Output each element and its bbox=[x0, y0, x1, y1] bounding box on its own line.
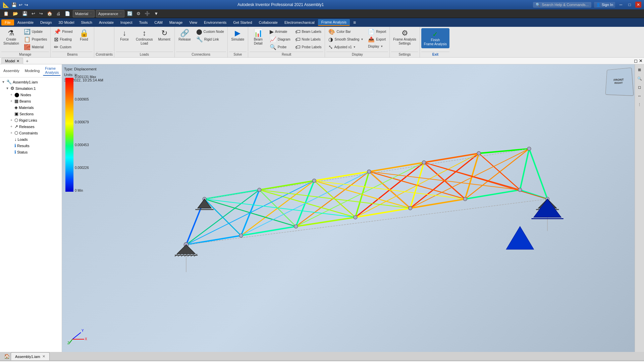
menu-file[interactable]: File bbox=[1, 19, 14, 25]
ribbon-group-constraints: Constraints bbox=[94, 27, 114, 57]
tree-item-rigid-links[interactable]: + ⬡ Rigid Links bbox=[0, 117, 62, 123]
quick-access-undo[interactable]: ↩ bbox=[19, 2, 22, 7]
toolbar-export-pdf[interactable]: 📄 bbox=[63, 10, 71, 17]
tree-item-beams[interactable]: + ▦ Beams bbox=[0, 98, 62, 104]
tab-model[interactable]: Model ✕ bbox=[1, 58, 23, 64]
tree-item-status[interactable]: ℹ Status bbox=[0, 149, 62, 155]
tree-item-releases[interactable]: + ↗ Releases bbox=[0, 123, 62, 130]
fixed-btn[interactable]: 🔒 Fixed bbox=[75, 28, 93, 43]
force-btn[interactable]: ↓ Force bbox=[116, 28, 133, 43]
rigid-link-btn[interactable]: 🔧 Rigid Link bbox=[194, 36, 226, 43]
window-minimize-btn[interactable]: ─ bbox=[618, 2, 624, 8]
menu-electromechanical[interactable]: Electromechanical bbox=[281, 19, 318, 25]
menu-frame-expand[interactable]: ≡ bbox=[350, 19, 359, 26]
frame-analysis-settings-btn[interactable]: ⚙ Frame AnalysisSettings bbox=[391, 28, 418, 47]
navcube[interactable]: FRONT RIGHT bbox=[605, 67, 634, 96]
menu-cam[interactable]: CAM bbox=[151, 19, 166, 25]
toolbar-save[interactable]: 💾 bbox=[21, 10, 29, 17]
material-dropdown[interactable]: Material ▼ bbox=[73, 10, 95, 17]
tree-item-assembly1[interactable]: ▼ 🔧 Assembly1.iam bbox=[0, 79, 62, 85]
menu-getstarted[interactable]: Get Started bbox=[230, 19, 255, 25]
adjusted-x1-btn[interactable]: ⤡ Adjusted x1 ▼ bbox=[326, 44, 365, 51]
panel-btn-3[interactable]: ◻ bbox=[636, 83, 644, 91]
toolbar-settings[interactable]: ⚙ bbox=[135, 10, 142, 17]
menu-sketch[interactable]: Sketch bbox=[77, 19, 96, 25]
menu-design[interactable]: Design bbox=[37, 19, 55, 25]
toolbar-plus[interactable]: ➕ bbox=[143, 10, 151, 17]
window-maximize-btn[interactable]: □ bbox=[627, 2, 633, 8]
finish-frame-analysis-btn[interactable]: ✓ FinishFrame Analysis bbox=[421, 28, 449, 48]
tree-item-results[interactable]: ℹ Results bbox=[0, 142, 62, 149]
menu-collaborate[interactable]: Collaborate bbox=[256, 19, 281, 25]
tree-item-sections[interactable]: ▣ Sections bbox=[0, 111, 62, 117]
toolbar-file-icon[interactable]: 📋 bbox=[2, 10, 10, 17]
panel-btn-2[interactable]: 🔍 bbox=[636, 74, 644, 82]
beam-labels-btn[interactable]: 🏷 Beam Labels bbox=[293, 28, 324, 36]
tab-add-btn[interactable]: + bbox=[24, 58, 31, 64]
toolbar-open[interactable]: 📂 bbox=[11, 10, 19, 17]
quick-access-redo[interactable]: ↪ bbox=[24, 2, 28, 7]
menu-inspect[interactable]: Inspect bbox=[117, 19, 136, 25]
tab-close-btn[interactable]: ✕ bbox=[639, 58, 643, 63]
export-btn[interactable]: 📤 Export bbox=[366, 36, 388, 43]
menu-frame-analysis[interactable]: Frame Analysis bbox=[318, 19, 350, 26]
material-btn[interactable]: 🧱 Material bbox=[22, 44, 49, 51]
tree-item-constraints[interactable]: + ⬡ Constraints bbox=[0, 130, 62, 136]
continuous-load-btn[interactable]: ↕ ContinuousLoad bbox=[134, 28, 155, 47]
menu-tools[interactable]: Tools bbox=[136, 19, 151, 25]
panel-btn-4[interactable]: ↔ bbox=[636, 92, 644, 100]
menu-annotate[interactable]: Annotate bbox=[96, 19, 117, 25]
tab-expand-btn[interactable]: ◻ bbox=[634, 58, 638, 63]
sign-in-btn[interactable]: 👤 Sign In bbox=[594, 2, 615, 8]
release-btn[interactable]: 🔗 Release bbox=[176, 28, 194, 43]
toolbar-more[interactable]: ▼ bbox=[153, 10, 160, 17]
properties-btn[interactable]: 📋 Properties bbox=[22, 36, 49, 43]
toolbar-home[interactable]: 🏠 bbox=[46, 10, 54, 17]
node-labels-btn[interactable]: 🏷 Node Labels bbox=[293, 36, 324, 43]
custom-btn[interactable]: ✏ Custom bbox=[52, 44, 74, 51]
floating-btn[interactable]: ⊠ Floating bbox=[52, 36, 74, 43]
sidebar-frame-analysis-tab[interactable]: Frame Analysis bbox=[43, 66, 61, 76]
appearance-dropdown[interactable]: Appearance ▼ bbox=[96, 10, 124, 17]
panel-btn-1[interactable]: ⊞ bbox=[636, 66, 644, 74]
tab-model-close[interactable]: ✕ bbox=[16, 59, 19, 63]
viewport[interactable]: Type: Displacement Units: in 3/31/2022, … bbox=[62, 64, 644, 352]
menu-view[interactable]: View bbox=[186, 19, 201, 25]
doc-tab-close[interactable]: ✕ bbox=[42, 354, 45, 359]
smooth-shading-btn[interactable]: ◑ Smooth Shading ▼ bbox=[326, 36, 365, 43]
update-btn[interactable]: 🔄 Update bbox=[22, 28, 49, 36]
display-dropdown-btn[interactable]: Display ▼ bbox=[366, 44, 388, 50]
quick-access-save[interactable]: 💾 bbox=[11, 2, 17, 7]
sidebar-assembly-tab[interactable]: Assembly bbox=[1, 68, 21, 73]
doc-tab-home[interactable]: 🏠 bbox=[3, 352, 11, 360]
panel-btn-5[interactable]: ⋮ bbox=[636, 101, 644, 109]
menu-manage[interactable]: Manage bbox=[166, 19, 186, 25]
custom-node-btn[interactable]: ⬤ Custom Node bbox=[194, 28, 226, 36]
window-close-btn[interactable]: ✕ bbox=[635, 2, 641, 8]
tree-item-nodes[interactable]: + ⬤ Nodes bbox=[0, 92, 62, 98]
sidebar-modeling-tab[interactable]: Modeling bbox=[23, 68, 42, 73]
menu-3dmodel[interactable]: 3D Model bbox=[55, 19, 77, 25]
toolbar-update[interactable]: 🔄 bbox=[126, 10, 134, 17]
tree-item-simulation1[interactable]: ▼ ⚙ Simulation:1 bbox=[0, 85, 62, 92]
simulate-btn[interactable]: ▶ Simulate bbox=[229, 28, 247, 43]
probe-labels-btn[interactable]: 🏷 Probe Labels bbox=[293, 44, 324, 51]
color-bar-btn[interactable]: 🎨 Color Bar bbox=[326, 28, 365, 36]
tree-item-materials[interactable]: ◈ Materials bbox=[0, 104, 62, 111]
search-bar[interactable]: 🔍 Search Help & Commands... bbox=[533, 2, 591, 8]
report-btn[interactable]: 📄 Report bbox=[366, 28, 388, 36]
diagram-btn[interactable]: 📈 Diagram bbox=[268, 36, 292, 43]
menu-environments[interactable]: Environments bbox=[201, 19, 230, 25]
toolbar-undo[interactable]: ↩ bbox=[30, 10, 37, 17]
tree-item-loads[interactable]: ↓ Loads bbox=[0, 136, 62, 142]
pinned-btn[interactable]: 📌 Pinned bbox=[52, 28, 74, 36]
create-simulation-btn[interactable]: ⚗ CreateSimulation bbox=[1, 28, 21, 47]
animate-btn[interactable]: ▶ Animate bbox=[268, 28, 292, 36]
toolbar-redo[interactable]: ↪ bbox=[38, 10, 44, 17]
toolbar-print[interactable]: 🖨 bbox=[55, 10, 62, 17]
menu-assemble[interactable]: Assemble bbox=[14, 19, 37, 25]
doc-tab-assembly1[interactable]: Assembly1.iam ✕ bbox=[11, 352, 50, 360]
probe-btn[interactable]: 🔍 Probe bbox=[268, 44, 292, 51]
moment-btn[interactable]: ↻ Moment bbox=[156, 28, 173, 43]
beam-detail-btn[interactable]: 📊 BeamDetail bbox=[250, 28, 267, 47]
